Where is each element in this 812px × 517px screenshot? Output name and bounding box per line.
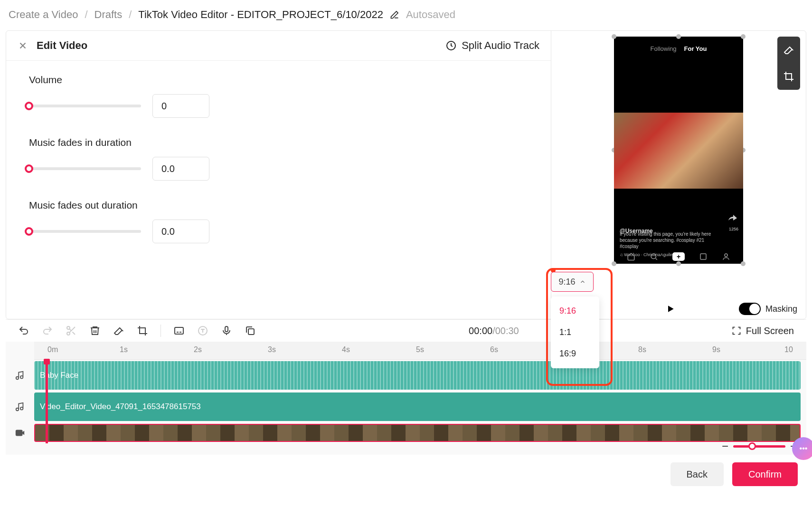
crop-icon[interactable] bbox=[137, 325, 148, 336]
aspect-option-169[interactable]: 16:9 bbox=[551, 343, 599, 364]
preview-tab-following: Following bbox=[651, 45, 677, 52]
back-button[interactable]: Back bbox=[670, 462, 724, 486]
edit-icon[interactable] bbox=[390, 10, 399, 19]
zoom-out-button[interactable]: − bbox=[722, 440, 728, 453]
video-track[interactable] bbox=[34, 424, 801, 442]
time-ruler[interactable]: 0m 1s 2s 3s 4s 5s 6s 7s 8s 9s 10 bbox=[34, 342, 806, 360]
search-icon bbox=[650, 252, 658, 261]
mic-icon[interactable] bbox=[221, 325, 232, 336]
audio-track-1[interactable]: Baby Face bbox=[34, 361, 801, 390]
aspect-option-11[interactable]: 1:1 bbox=[551, 322, 599, 343]
fadein-slider[interactable] bbox=[29, 167, 141, 170]
masking-label: Masking bbox=[765, 304, 797, 314]
delete-icon[interactable] bbox=[89, 325, 101, 336]
cut-icon[interactable] bbox=[66, 325, 77, 336]
resize-handle[interactable] bbox=[612, 34, 616, 39]
fadeout-label: Music fades out duration bbox=[29, 200, 528, 211]
video-preview[interactable]: Following For You @Username If you're vi… bbox=[614, 37, 743, 264]
eraser-icon[interactable] bbox=[113, 325, 124, 336]
svg-point-4 bbox=[67, 326, 70, 329]
chevron-up-icon bbox=[579, 278, 586, 285]
zoom-control: − + bbox=[722, 440, 797, 453]
volume-input[interactable]: 0 bbox=[152, 94, 209, 118]
inbox-icon bbox=[699, 252, 708, 261]
play-button[interactable] bbox=[666, 304, 675, 314]
resize-handle[interactable] bbox=[741, 261, 746, 266]
fadeout-input[interactable]: 0.0 bbox=[152, 220, 209, 243]
svg-point-3 bbox=[725, 254, 727, 257]
volume-label: Volume bbox=[29, 74, 528, 86]
caption-icon[interactable] bbox=[173, 325, 185, 336]
resize-handle[interactable] bbox=[741, 34, 746, 39]
preview-description: If you're visiting this page, you're lik… bbox=[620, 231, 719, 249]
crop-tool[interactable] bbox=[777, 63, 800, 90]
chat-fab[interactable]: ••• bbox=[792, 437, 812, 460]
preview-nav: + bbox=[614, 252, 743, 261]
fadeout-slider[interactable] bbox=[29, 230, 141, 233]
autosaved-label: Autosaved bbox=[406, 9, 455, 21]
timeline[interactable]: 0m 1s 2s 3s 4s 5s 6s 7s 8s 9s 10 Baby Fa… bbox=[6, 342, 806, 455]
breadcrumb: Create a Video / Drafts / TikTok Video E… bbox=[0, 0, 812, 25]
profile-icon bbox=[722, 252, 730, 261]
copy-icon[interactable] bbox=[245, 325, 256, 336]
breadcrumb-create[interactable]: Create a Video bbox=[9, 9, 78, 21]
resize-handle[interactable] bbox=[676, 34, 681, 39]
text-icon[interactable] bbox=[197, 325, 208, 336]
masking-toggle[interactable] bbox=[739, 303, 761, 315]
resize-handle[interactable] bbox=[612, 261, 616, 266]
eraser-tool[interactable] bbox=[777, 37, 800, 63]
fullscreen-button[interactable]: Full Screen bbox=[732, 326, 794, 336]
preview-tools bbox=[777, 37, 800, 90]
breadcrumb-current: TikTok Video Editor - EDITOR_PROJECT_6/1… bbox=[138, 9, 383, 21]
audio-track-2[interactable]: Video_Editor_Video_47091_1653478615753 bbox=[34, 393, 801, 421]
video-icon bbox=[15, 428, 25, 438]
breadcrumb-drafts[interactable]: Drafts bbox=[94, 9, 123, 21]
preview-thumbnail bbox=[614, 113, 743, 189]
svg-point-1 bbox=[651, 254, 656, 259]
svg-rect-2 bbox=[700, 254, 706, 259]
svg-rect-6 bbox=[175, 327, 183, 334]
aspect-ratio-button[interactable]: 9:16 bbox=[551, 272, 594, 292]
share-icon bbox=[727, 212, 738, 224]
confirm-button[interactable]: Confirm bbox=[732, 462, 798, 486]
split-audio-button[interactable]: Split Audio Track bbox=[445, 39, 539, 52]
fadein-label: Music fades in duration bbox=[29, 137, 528, 148]
music-icon bbox=[15, 402, 25, 412]
music-icon bbox=[15, 370, 25, 381]
undo-icon[interactable] bbox=[18, 325, 29, 336]
panel-title: Edit Video bbox=[37, 39, 87, 52]
zoom-slider[interactable] bbox=[733, 445, 785, 448]
svg-point-5 bbox=[67, 332, 70, 335]
svg-rect-8 bbox=[225, 326, 228, 332]
playhead[interactable] bbox=[46, 360, 48, 443]
home-icon bbox=[627, 252, 635, 261]
svg-rect-10 bbox=[16, 431, 22, 436]
aspect-option-916[interactable]: 9:16 bbox=[551, 300, 599, 322]
preview-tab-foryou: For You bbox=[684, 45, 707, 52]
close-icon[interactable] bbox=[18, 40, 28, 51]
fadein-input[interactable]: 0.0 bbox=[152, 157, 209, 181]
aspect-ratio-dropdown: 9:16 1:1 16:9 bbox=[551, 297, 599, 368]
redo-icon[interactable] bbox=[42, 325, 53, 336]
plus-icon: + bbox=[672, 252, 685, 261]
time-display: 00:00/00:30 bbox=[469, 326, 519, 336]
share-count: 1256 bbox=[729, 227, 738, 231]
volume-slider[interactable] bbox=[29, 105, 141, 107]
resize-handle[interactable] bbox=[676, 261, 681, 266]
svg-rect-9 bbox=[248, 329, 254, 335]
